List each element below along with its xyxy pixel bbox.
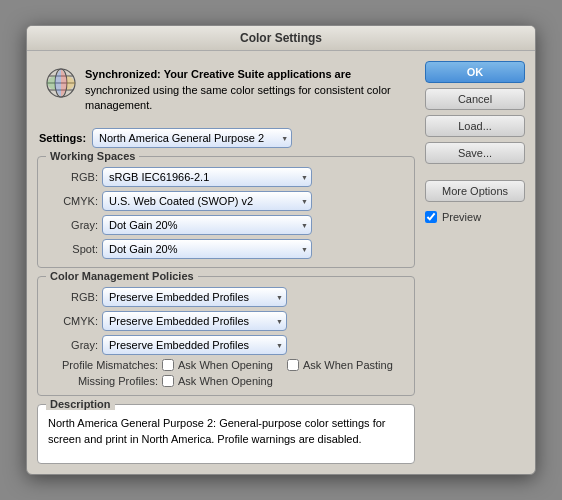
left-panel: Synchronized: Your Creative Suite applic…: [37, 61, 415, 463]
ok-button[interactable]: OK: [425, 61, 525, 83]
description-legend: Description: [46, 398, 115, 410]
load-button[interactable]: Load...: [425, 115, 525, 137]
missing-profiles-options: Ask When Opening: [162, 375, 273, 387]
gray-label: Gray:: [48, 219, 98, 231]
gray-row: Gray: Dot Gain 20% Dot Gain 15% Dot Gain…: [48, 215, 404, 235]
spot-select[interactable]: Dot Gain 20% Dot Gain 15% Dot Gain 25%: [102, 239, 312, 259]
settings-label: Settings:: [39, 132, 86, 144]
ask-when-opening-mismatch-label: Ask When Opening: [178, 359, 273, 371]
cmyk-select[interactable]: U.S. Web Coated (SWOP) v2 U.S. Sheetfed …: [102, 191, 312, 211]
rgb-select[interactable]: sRGB IEC61966-2.1 Adobe RGB (1998) ProPh…: [102, 167, 312, 187]
profile-mismatches-label: Profile Mismatches:: [48, 359, 158, 371]
missing-profiles-label: Missing Profiles:: [48, 375, 158, 387]
settings-select-wrapper: North America General Purpose 2 North Am…: [92, 128, 292, 148]
ask-when-pasting-label: Ask When Pasting: [303, 359, 393, 371]
cm-gray-label: Gray:: [48, 339, 98, 351]
color-management-legend: Color Management Policies: [46, 270, 198, 282]
cm-rgb-select-wrapper: Preserve Embedded Profiles Convert to Wo…: [102, 287, 287, 307]
rgb-select-wrapper: sRGB IEC61966-2.1 Adobe RGB (1998) ProPh…: [102, 167, 312, 187]
sync-bold: Synchronized: Your Creative Suite applic…: [85, 68, 351, 80]
cmyk-row: CMYK: U.S. Web Coated (SWOP) v2 U.S. She…: [48, 191, 404, 211]
spot-row: Spot: Dot Gain 20% Dot Gain 15% Dot Gain…: [48, 239, 404, 259]
rgb-label: RGB:: [48, 171, 98, 183]
settings-row: Settings: North America General Purpose …: [37, 128, 415, 148]
cm-cmyk-select[interactable]: Preserve Embedded Profiles Convert to Wo…: [102, 311, 287, 331]
description-text: North America General Purpose 2: General…: [48, 415, 404, 448]
cm-gray-row: Gray: Preserve Embedded Profiles Convert…: [48, 335, 404, 355]
more-options-button[interactable]: More Options: [425, 180, 525, 202]
cm-rgb-select[interactable]: Preserve Embedded Profiles Convert to Wo…: [102, 287, 287, 307]
cmyk-label: CMYK:: [48, 195, 98, 207]
spot-label: Spot:: [48, 243, 98, 255]
ask-when-opening-missing-checkbox[interactable]: [162, 375, 174, 387]
color-management-group: Color Management Policies RGB: Preserve …: [37, 276, 415, 396]
working-spaces-group: Working Spaces RGB: sRGB IEC61966-2.1 Ad…: [37, 156, 415, 268]
ask-when-pasting-checkbox[interactable]: [287, 359, 299, 371]
cm-gray-select-wrapper: Preserve Embedded Profiles Convert to Wo…: [102, 335, 287, 355]
title-bar: Color Settings: [27, 26, 535, 51]
cm-cmyk-row: CMYK: Preserve Embedded Profiles Convert…: [48, 311, 404, 331]
ask-when-opening-mismatch-checkbox[interactable]: [162, 359, 174, 371]
profile-mismatches-row: Profile Mismatches: Ask When Opening Ask…: [48, 359, 404, 371]
preview-checkbox[interactable]: [425, 211, 437, 223]
working-spaces-legend: Working Spaces: [46, 150, 139, 162]
cm-cmyk-label: CMYK:: [48, 315, 98, 327]
cm-rgb-row: RGB: Preserve Embedded Profiles Convert …: [48, 287, 404, 307]
settings-select[interactable]: North America General Purpose 2 North Am…: [92, 128, 292, 148]
rgb-row: RGB: sRGB IEC61966-2.1 Adobe RGB (1998) …: [48, 167, 404, 187]
cm-cmyk-select-wrapper: Preserve Embedded Profiles Convert to Wo…: [102, 311, 287, 331]
right-panel: OK Cancel Load... Save... More Options P…: [425, 61, 525, 463]
preview-row: Preview: [425, 211, 525, 223]
cm-rgb-label: RGB:: [48, 291, 98, 303]
sync-text: Synchronized: Your Creative Suite applic…: [85, 67, 407, 113]
cm-gray-select[interactable]: Preserve Embedded Profiles Convert to Wo…: [102, 335, 287, 355]
dialog-title: Color Settings: [240, 31, 322, 45]
cmyk-select-wrapper: U.S. Web Coated (SWOP) v2 U.S. Sheetfed …: [102, 191, 312, 211]
gray-select-wrapper: Dot Gain 20% Dot Gain 15% Dot Gain 25%: [102, 215, 312, 235]
save-button[interactable]: Save...: [425, 142, 525, 164]
cancel-button[interactable]: Cancel: [425, 88, 525, 110]
ask-when-opening-missing-label: Ask When Opening: [178, 375, 273, 387]
gray-select[interactable]: Dot Gain 20% Dot Gain 15% Dot Gain 25%: [102, 215, 312, 235]
profile-mismatches-options: Ask When Opening Ask When Pasting: [162, 359, 393, 371]
sync-notice: Synchronized: Your Creative Suite applic…: [37, 61, 415, 119]
missing-profiles-row: Missing Profiles: Ask When Opening: [48, 375, 404, 387]
spot-select-wrapper: Dot Gain 20% Dot Gain 15% Dot Gain 25%: [102, 239, 312, 259]
color-settings-dialog: Color Settings: [26, 25, 536, 474]
globe-icon: [45, 67, 77, 101]
preview-label: Preview: [442, 211, 481, 223]
description-group: Description North America General Purpos…: [37, 404, 415, 464]
